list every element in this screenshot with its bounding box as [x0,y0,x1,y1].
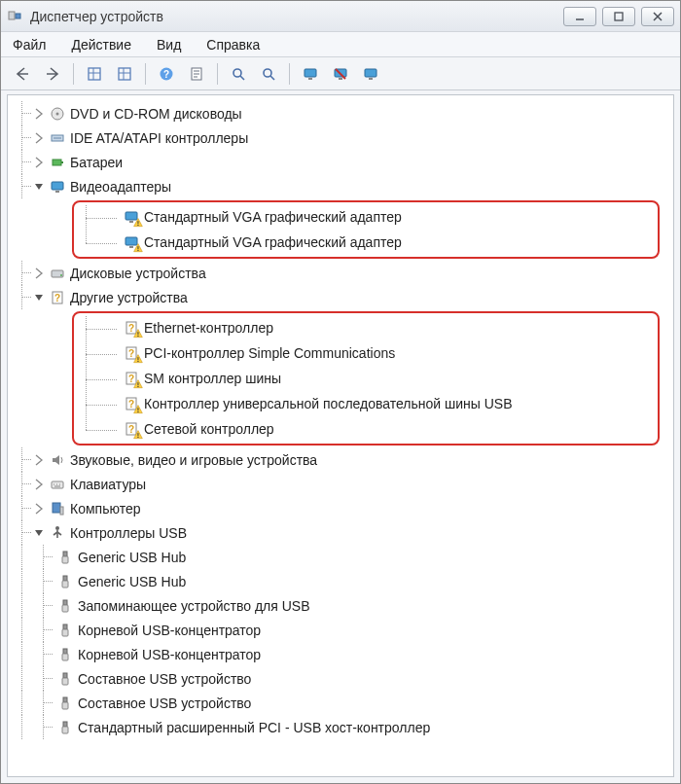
device-manager-window: Диспетчер устройств Файл Действие Вид Сп… [0,0,681,784]
usb-plug-icon [56,695,74,711]
monitor-warn-icon [123,234,140,250]
show-hidden-button[interactable] [81,61,108,87]
expand-icon[interactable] [31,502,45,516]
expand-icon[interactable] [31,156,45,169]
disc-icon [49,106,66,122]
device-tree[interactable]: DVD и CD-ROM дисководы IDE ATA/ATAPI кон… [7,94,674,777]
collapse-icon[interactable] [31,180,45,194]
tree-item-usb-hub-2[interactable]: Generic USB Hub [12,569,673,593]
usb-plug-icon [56,720,74,735]
usb-plug-icon [56,598,74,614]
disable-button[interactable] [327,61,354,87]
keyboard-icon [49,477,66,492]
tree-item-usb-root-1[interactable]: Корневой USB-концентратор [12,618,673,642]
svg-rect-25 [615,13,623,20]
tree-item-disks[interactable]: Дисковые устройства [12,261,673,285]
tree-item-dvd[interactable]: DVD и CD-ROM дисководы [12,101,673,125]
tree-item-vga-1[interactable]: Стандартный VGA графический адаптер [78,204,654,230]
content-area: DVD и CD-ROM дисководы IDE ATA/ATAPI кон… [1,90,680,783]
tree-item-usb-storage[interactable]: Запоминающее устройство для USB [12,593,673,618]
tree-item-usb-hub-1[interactable]: Generic USB Hub [12,545,673,569]
help-button[interactable] [153,61,180,87]
usb-plug-icon [56,550,74,565]
titlebar[interactable]: Диспетчер устройств [1,1,680,32]
properties-button[interactable] [183,61,210,87]
back-button[interactable] [9,61,36,87]
tree-item-sm-bus[interactable]: SM контроллер шины [78,366,654,391]
window-title: Диспетчер устройств [30,9,163,24]
tree-item-network[interactable]: Сетевой контроллер [78,416,654,442]
usb-plug-icon [56,623,74,638]
menu-view[interactable]: Вид [153,35,185,54]
update-driver-button[interactable] [255,61,282,87]
forward-button[interactable] [39,61,66,87]
toolbar [1,57,680,90]
uninstall-button[interactable] [297,61,324,87]
unknown-warn-icon [123,345,140,361]
expand-icon[interactable] [31,453,45,467]
computer-icon [49,501,66,517]
highlight-video: Стандартный VGA графический адаптер Стан… [72,200,660,259]
tree-item-batteries[interactable]: Батареи [12,150,673,174]
menubar: Файл Действие Вид Справка [1,32,680,57]
minimize-button[interactable] [563,7,596,26]
close-button[interactable] [641,7,674,26]
tree-item-other[interactable]: Другие устройства [12,285,673,309]
highlight-other: Ethernet-контроллер PCI-контроллер Simpl… [72,311,660,445]
tree-item-usb-controller[interactable]: Контроллер универсальной последовательно… [78,391,654,416]
refresh-button[interactable] [357,61,384,87]
usb-icon [49,525,66,541]
unknown-warn-icon [123,421,140,437]
menu-help[interactable]: Справка [202,35,264,54]
tree-item-keyboards[interactable]: Клавиатуры [12,472,673,496]
tree-item-pci-simple[interactable]: PCI-контроллер Simple Communications [78,340,654,366]
monitor-icon [49,179,66,195]
unknown-warn-icon [123,396,140,411]
scan-hardware-button[interactable] [225,61,252,87]
usb-plug-icon [56,574,74,589]
disk-icon [49,266,66,281]
expand-icon[interactable] [31,107,45,121]
usb-plug-icon [56,671,74,687]
tree-item-usb-composite-2[interactable]: Составное USB устройство [12,691,673,715]
app-icon [7,9,24,24]
menu-action[interactable]: Действие [67,35,135,54]
expand-icon[interactable] [31,478,45,491]
tree-item-usb-host[interactable]: Стандартный расширенный PCI - USB хост-к… [12,715,673,739]
view-button[interactable] [111,61,138,87]
unknown-icon [49,290,66,305]
tree-item-usb-composite-1[interactable]: Составное USB устройство [12,666,673,691]
tree-item-sound[interactable]: Звуковые, видео и игровые устройства [12,447,673,472]
collapse-icon[interactable] [31,526,45,540]
maximize-button[interactable] [602,7,635,26]
tree-item-usb-root-2[interactable]: Корневой USB-концентратор [12,642,673,666]
ide-icon [49,130,66,146]
usb-plug-icon [56,647,74,662]
expand-icon[interactable] [31,267,45,280]
menu-file[interactable]: Файл [9,35,50,54]
unknown-warn-icon [123,320,140,336]
unknown-warn-icon [123,371,140,386]
battery-icon [49,155,66,170]
tree-item-vga-2[interactable]: Стандартный VGA графический адаптер [78,230,654,255]
tree-item-video-adapters[interactable]: Видеоадаптеры [12,174,673,198]
expand-icon[interactable] [31,131,45,145]
collapse-icon[interactable] [31,291,45,304]
monitor-warn-icon [123,209,140,225]
tree-item-computer[interactable]: Компьютер [12,496,673,520]
tree-item-ide[interactable]: IDE ATA/ATAPI контроллеры [12,125,673,150]
sound-icon [49,452,66,468]
tree-item-ethernet[interactable]: Ethernet-контроллер [78,315,654,340]
tree-item-usb[interactable]: Контроллеры USB [12,520,673,545]
